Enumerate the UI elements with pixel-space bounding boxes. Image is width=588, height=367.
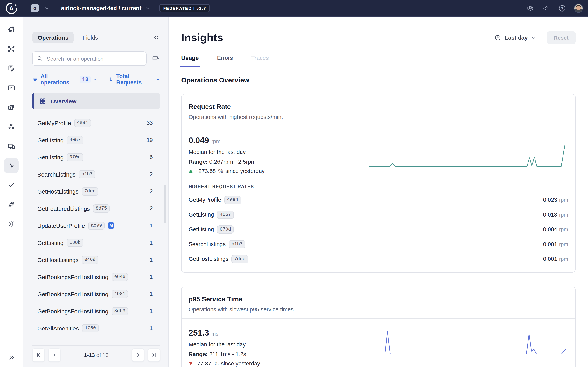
tab-errors[interactable]: Errors — [217, 54, 233, 67]
operation-list-item[interactable]: GetFeaturedListings8d752 — [32, 200, 160, 217]
operations-count-badge: 13 — [80, 76, 91, 83]
request-rate-row[interactable]: GetListing070d0.004rpm — [189, 222, 568, 237]
operation-list-item[interactable]: GetAllAmenities17601 — [32, 320, 160, 337]
graph-switcher-chevron-icon[interactable] — [145, 6, 150, 11]
request-rate-row[interactable]: SearchListingsb1b70.001rpm — [189, 237, 568, 251]
help-icon[interactable]: ? — [558, 4, 566, 12]
org-switcher-chevron-icon[interactable] — [44, 6, 49, 11]
nav-changelog-icon[interactable] — [4, 61, 19, 76]
package-icon[interactable] — [526, 4, 534, 12]
p95-sparkline — [366, 330, 566, 355]
sidebar-scrollbar[interactable] — [164, 185, 166, 223]
operation-list-item[interactable]: GetBookingsForHostListing49811 — [32, 285, 160, 302]
card-subtitle: Operations with slowest p95 service time… — [189, 306, 568, 313]
nav-checks-icon[interactable] — [4, 178, 19, 192]
operation-list-item[interactable]: SearchListingsb1b72 — [32, 166, 160, 183]
operation-list-item[interactable]: UpdateUserProfileae99M1 — [32, 217, 160, 234]
operation-hash-badge: 4e94 — [74, 119, 91, 127]
nav-insights-icon[interactable] — [4, 158, 19, 173]
collapse-sidebar-icon[interactable] — [153, 34, 160, 41]
operation-list-item[interactable]: GetHostListings046d1 — [32, 251, 160, 268]
operation-name: GetBookingsForHostListing — [37, 308, 108, 314]
operation-name: GetListing — [189, 226, 214, 233]
nav-clients-icon[interactable] — [4, 139, 19, 154]
pagination-next-button[interactable] — [132, 348, 144, 362]
sort-dropdown[interactable]: Total Requests — [108, 73, 160, 85]
nav-explorer-icon[interactable] — [4, 81, 19, 95]
operation-list-item[interactable]: GetMyProfile4e9433 — [32, 114, 160, 131]
expand-rail-icon[interactable] — [0, 354, 23, 362]
delta-suffix: since yesterday — [225, 167, 265, 175]
operation-name: GetListing — [37, 239, 64, 246]
request-rate-row[interactable]: GetHostListings7dce0.001rpm — [189, 251, 568, 266]
apollo-studio-app: A o airlock-managed-fed / current FEDERA… — [0, 0, 588, 367]
operation-list-item[interactable]: GetListing070d6 — [32, 149, 160, 166]
operation-name: GetListing — [37, 154, 64, 160]
time-range-dropdown[interactable]: Last day — [494, 34, 536, 41]
divider — [32, 345, 160, 346]
nav-launches-icon[interactable] — [4, 197, 19, 212]
operation-hash-badge: 1760 — [82, 324, 99, 332]
nav-home-icon[interactable] — [4, 22, 19, 37]
operations-filter-dropdown[interactable]: All operations 13 — [32, 73, 98, 85]
trend-up-icon — [189, 169, 193, 173]
rate-unit: rpm — [559, 256, 568, 262]
highest-request-rates-label: HIGHEST REQUEST RATES — [189, 184, 568, 189]
operation-name: GetHostListings — [189, 256, 228, 262]
operation-list-item[interactable]: GetBookingsForHostListing3db31 — [32, 302, 160, 320]
client-filter-icon[interactable] — [152, 54, 160, 63]
topbar-actions: ? — [526, 4, 588, 13]
request-rate-row[interactable]: GetMyProfile4e940.023rpm — [189, 192, 568, 207]
operation-request-count: 19 — [147, 137, 160, 143]
nav-operations-collection-icon[interactable] — [4, 100, 19, 115]
operation-name: GetListing — [189, 211, 214, 218]
operation-hash-badge: b1b7 — [229, 240, 245, 248]
pagination-prev-button[interactable] — [48, 348, 61, 362]
pagination-last-button[interactable] — [148, 348, 160, 362]
tab-operations[interactable]: Operations — [32, 32, 74, 43]
delta-value: +273.68 — [195, 167, 216, 175]
operation-list-item[interactable]: GetListing405719 — [32, 131, 160, 149]
tab-usage[interactable]: Usage — [181, 54, 199, 67]
operation-list-item[interactable]: GetHostListings7dce2 — [32, 183, 160, 200]
p95-service-time-card: p95 Service Time Operations with slowest… — [181, 286, 576, 367]
rate-unit: rpm — [559, 241, 568, 247]
nav-subgraphs-icon[interactable] — [4, 119, 19, 134]
operation-hash-badge: 188b — [67, 239, 84, 247]
operation-name: GetMyProfile — [189, 197, 221, 203]
nav-settings-icon[interactable] — [4, 217, 19, 231]
org-avatar[interactable]: o — [31, 4, 39, 12]
operation-name: UpdateUserProfile — [37, 222, 85, 229]
metric-unit: rpm — [211, 137, 220, 146]
sidebar-item-overview[interactable]: Overview — [32, 93, 160, 109]
trend-down-icon — [189, 362, 193, 366]
card-title: Request Rate — [189, 103, 568, 111]
announcements-megaphone-icon[interactable] — [542, 4, 550, 12]
operation-hash-badge: 8d75 — [93, 204, 110, 212]
reset-button[interactable]: Reset — [547, 32, 576, 44]
sidebar-tabs: Operations Fields — [32, 32, 160, 43]
rate-unit: rpm — [559, 212, 568, 217]
tab-traces[interactable]: Traces — [251, 54, 269, 67]
user-avatar[interactable] — [574, 4, 583, 13]
request-rate-row[interactable]: GetListing40570.013rpm — [189, 207, 568, 222]
overview-label: Overview — [50, 98, 76, 104]
operation-request-count: 1 — [150, 240, 160, 246]
operation-list-item[interactable]: GetListing188b1 — [32, 234, 160, 251]
chevron-down-icon — [156, 77, 160, 82]
operation-hash-badge: 7dce — [232, 255, 248, 263]
operation-name: SearchListings — [189, 241, 226, 247]
sort-label: Total Requests — [116, 73, 153, 85]
operation-list-item[interactable]: GetBookingsForHostListinge6461 — [32, 268, 160, 285]
operation-search-input[interactable] — [32, 51, 147, 66]
federated-version-badge: FEDERATED | v2.7 — [160, 4, 210, 12]
operation-hash-badge: e646 — [111, 273, 128, 281]
apollo-logo-button[interactable]: A — [0, 0, 23, 16]
metric-unit: ms — [211, 329, 218, 338]
chevron-down-icon — [531, 35, 536, 40]
pagination-first-button[interactable] — [32, 348, 45, 362]
metric-value: 251.3 — [189, 328, 209, 337]
tab-fields[interactable]: Fields — [83, 34, 98, 41]
mutation-badge: M — [108, 222, 115, 229]
nav-schema-graph-icon[interactable] — [4, 42, 19, 56]
